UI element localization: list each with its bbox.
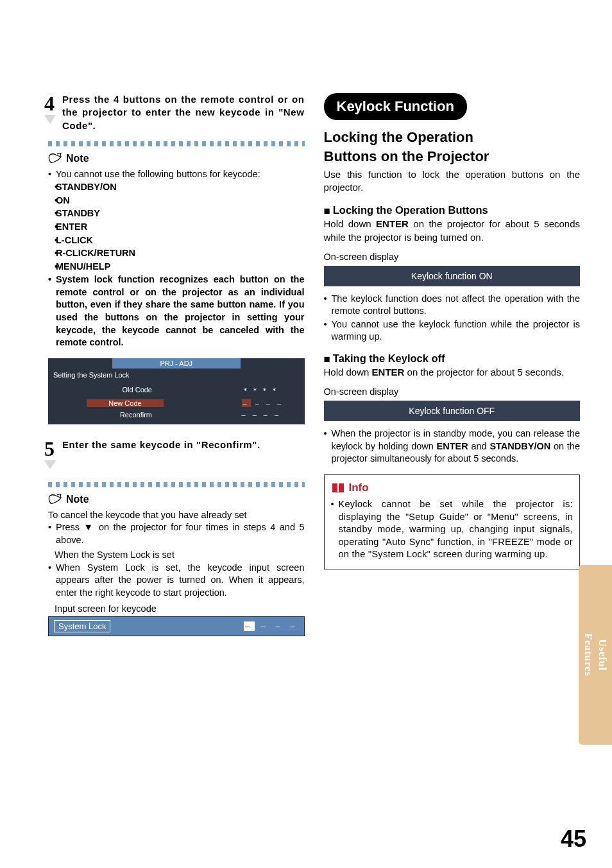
when-system-lock-set-heading: When the System Lock is set [48,549,305,562]
note1-intro: You cannot use the following buttons for… [48,168,305,181]
osd-system-lock-value: – – – – [244,621,299,631]
step-caret-icon [44,460,56,473]
side-tab-label: UsefulFeatures [581,633,610,676]
page-number: 45 [561,826,586,853]
info-body: Keylock cannot be set while the projecto… [331,498,574,561]
step-5-text: Enter the same keycode in "Reconfirm". [62,438,260,451]
note-heading: Note [48,153,305,164]
section-heading-line1: Locking the Operation [324,129,581,146]
osd-row-label: New Code [87,399,164,407]
step-4-text: Press the 4 buttons on the remote contro… [62,93,305,132]
page-content: 4 Press the 4 buttons on the remote cont… [0,0,612,662]
button-item: STANDBY [48,207,305,220]
note-heading: Note [48,494,305,505]
left-column: 4 Press the 4 buttons on the remote cont… [48,93,305,636]
unlock-subheading: Taking the Keylock off [324,352,581,366]
note2-cancel-line: To cancel the keycode that you have alre… [48,509,305,522]
when-system-lock-set-paragraph: When System Lock is set, the keycode inp… [48,562,305,600]
svg-marker-1 [44,460,56,469]
note-label: Note [66,494,89,505]
osd-title: Setting the System Lock [48,369,305,381]
input-screen-caption: Input screen for keycode [48,603,305,614]
right-column: Keylock Function Locking the Operation B… [324,93,581,636]
step-number: 5 [44,438,56,459]
step-caret-icon [44,115,56,128]
note-icon [48,494,62,505]
note-icon [48,153,62,164]
osd-row-value: – – – – [242,399,287,407]
osd-caption: On-screen display [324,252,581,262]
osd-row: Old Code ＊＊＊＊ [48,384,305,397]
osd-row-selected: New Code – – – – [48,397,305,409]
info-text: Keylock cannot be set while the projecto… [331,498,574,561]
svg-marker-0 [44,115,56,124]
step-number: 4 [44,93,56,114]
side-tab: UsefulFeatures [579,565,612,745]
button-item: L-CLICK [48,234,305,247]
note2-press-line: Press ▼ on the projector for four times … [48,521,305,546]
keylock-heading-pill: Keylock Function [324,93,467,120]
osd-system-lock-panel: PRJ - ADJ Setting the System Lock Old Co… [48,358,305,424]
osd-row-label: Reconfirm [48,411,164,419]
note1-paragraph: System lock function recognizes each but… [48,273,305,349]
info-block: Info Keylock cannot be set while the pro… [324,474,581,569]
button-item: MENU/HELP [48,261,305,273]
lock-note-item: The keylock function does not affect the… [324,293,581,318]
button-item: ON [48,195,305,207]
locking-subheading: Locking the Operation Buttons [324,204,581,218]
osd-row-label: Old Code [48,386,164,395]
note1-body: You cannot use the following buttons for… [48,168,305,349]
step-5: 5 Enter the same keycode in "Reconfirm". [48,438,305,473]
info-icon [331,482,345,494]
osd-row: Reconfirm – – – – [48,409,305,421]
osd-keylock-off: Keylock function OFF [324,401,581,421]
unlock-paragraph: Hold down ENTER on the projector for abo… [324,366,581,379]
osd-system-lock-bar: System Lock – – – – [48,616,305,636]
section-intro: Use this function to lock the operation … [324,168,581,195]
osd-header: PRJ - ADJ [112,358,241,369]
note-label: Note [66,153,89,164]
lock-notes: The keylock function does not affect the… [324,293,581,343]
dotted-separator [48,141,305,146]
locking-paragraph: Hold down ENTER on the projector for abo… [324,218,581,244]
standby-note: When the projector is in standby mode, y… [324,428,581,465]
note1-button-list: STANDBY/ON ON STANDBY ENTER L-CLICK R-CL… [48,181,305,273]
osd-row-value: ＊＊＊＊ [242,386,287,395]
step-number-wrap: 5 [44,438,56,473]
step-number-wrap: 4 [44,93,56,128]
info-label: Info [349,482,369,494]
lock-note-item: You cannot use the keylock function whil… [324,318,581,343]
dotted-separator [48,482,305,487]
button-item: ENTER [48,221,305,234]
osd-row-value: – – – – [242,411,287,419]
info-heading: Info [331,482,574,494]
section-heading-line2: Buttons on the Projector [324,148,581,165]
osd-keylock-on: Keylock function ON [324,266,581,286]
button-item: STANDBY/ON [48,181,305,194]
step-4: 4 Press the 4 buttons on the remote cont… [48,93,305,132]
note2-body: To cancel the keycode that you have alre… [48,509,305,600]
button-item: R-CLICK/RETURN [48,247,305,260]
osd-system-lock-label: System Lock [54,620,110,632]
standby-note-item: When the projector is in standby mode, y… [324,428,581,465]
osd-caption: On-screen display [324,386,581,397]
